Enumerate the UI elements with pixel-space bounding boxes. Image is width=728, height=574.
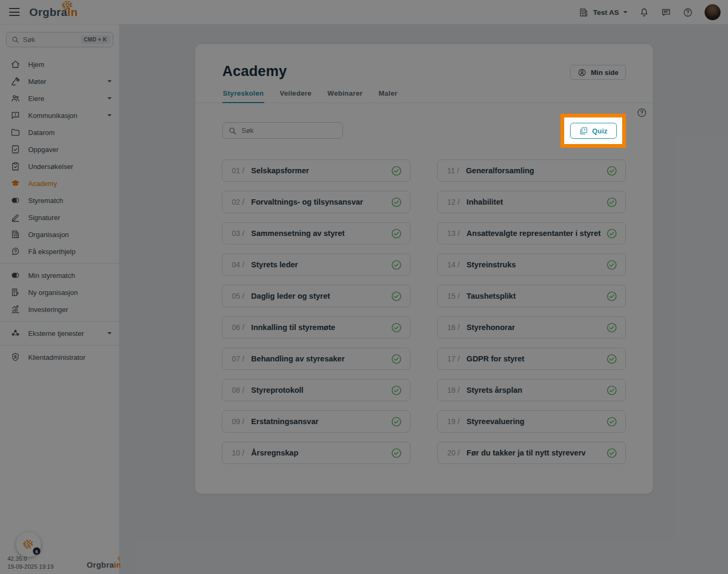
quiz-cards-icon bbox=[579, 126, 588, 136]
quiz-highlight-inner: Quiz bbox=[564, 117, 622, 144]
orgbrain-app: Orgbrain Test AS CMD + K HjemMøterEiereK… bbox=[0, 0, 728, 574]
quiz-button[interactable]: Quiz bbox=[570, 123, 617, 139]
dim-overlay bbox=[0, 0, 728, 574]
quiz-highlight-box: Quiz bbox=[560, 114, 626, 148]
quiz-label: Quiz bbox=[592, 127, 608, 135]
